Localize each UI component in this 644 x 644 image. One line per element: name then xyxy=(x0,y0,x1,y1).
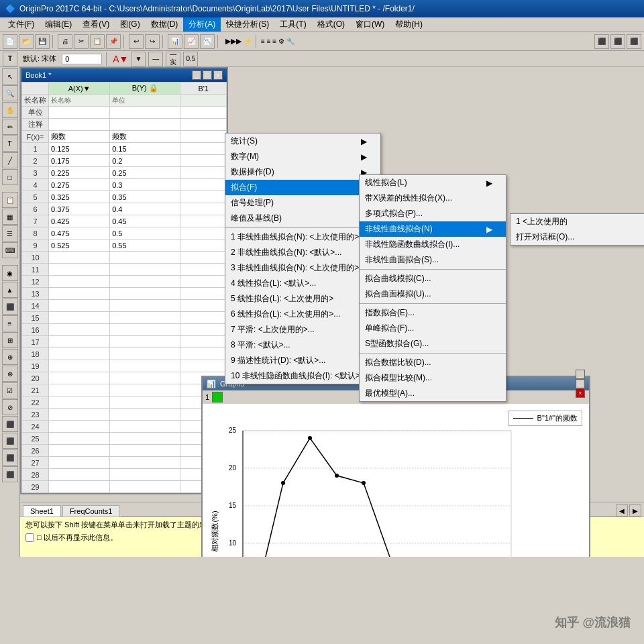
menu-linear-fit[interactable]: 线性拟合(L) ▶ xyxy=(360,175,506,191)
cell-b-26[interactable] xyxy=(110,445,180,457)
menu-recent1[interactable]: 1 非线性曲线拟合(N): <上次使用的> xyxy=(225,229,380,245)
cell-b-3[interactable]: 0.25 xyxy=(110,167,180,179)
cell-c-19[interactable] xyxy=(180,360,227,372)
menu-poly-fit[interactable]: 多项式拟合(P)... xyxy=(360,206,506,221)
cell-b-11[interactable] xyxy=(110,264,180,276)
cell-c-2[interactable] xyxy=(180,155,227,167)
col-b-header[interactable]: B(Y) 🔒 xyxy=(110,83,180,95)
cell-c-10[interactable] xyxy=(180,252,227,264)
cell-a-29[interactable] xyxy=(49,481,110,493)
open-btn[interactable]: 📂 xyxy=(19,34,34,49)
col-b-unit[interactable] xyxy=(110,107,180,119)
col-b-longname[interactable]: 单位 xyxy=(110,95,180,107)
menu-view[interactable]: 查看(V) xyxy=(77,17,115,32)
cell-b-16[interactable] xyxy=(110,324,180,336)
cell-c-1[interactable] xyxy=(180,143,227,155)
cell-a-18[interactable] xyxy=(49,348,110,360)
menu-recent7[interactable]: 7 平滑: <上次使用的>... xyxy=(225,322,380,337)
cell-b-4[interactable]: 0.3 xyxy=(110,179,180,191)
text-tool[interactable]: T xyxy=(2,136,18,152)
cell-b-15[interactable] xyxy=(110,312,180,324)
no-show-checkbox[interactable] xyxy=(25,533,34,542)
menu-statistics[interactable]: 统计(S) ▶ xyxy=(225,133,380,149)
right-btn3[interactable]: ⬛ xyxy=(627,34,641,49)
cell-b-24[interactable] xyxy=(110,421,180,433)
menu-file[interactable]: 文件(F) xyxy=(3,17,40,32)
cell-a-15[interactable] xyxy=(49,312,110,324)
menu-peak[interactable]: 峰值及基线(B) ▶ xyxy=(225,211,380,226)
cell-b-5[interactable]: 0.35 xyxy=(110,191,180,203)
nlcf-last-used[interactable]: 1 <上次使用的 xyxy=(511,214,644,229)
extra-tool1[interactable]: ◉ xyxy=(2,265,18,281)
menu-data-manip[interactable]: 数据操作(D) ▶ xyxy=(225,164,380,180)
cell-c-6[interactable] xyxy=(180,203,227,215)
graph-max-btn[interactable]: □ xyxy=(576,379,585,388)
extra-tool2[interactable]: ▲ xyxy=(2,282,18,298)
new-btn[interactable]: 📄 xyxy=(3,34,17,49)
extra-tool9[interactable]: ⊘ xyxy=(2,399,18,415)
script-tool[interactable]: ⌨ xyxy=(2,242,18,258)
extra-tool5[interactable]: ⊞ xyxy=(2,332,18,348)
col-b-comment[interactable] xyxy=(110,119,180,131)
cell-a-16[interactable] xyxy=(49,324,110,336)
cell-a-17[interactable] xyxy=(49,336,110,348)
cell-c-12[interactable] xyxy=(180,276,227,288)
cell-c-7[interactable] xyxy=(180,215,227,227)
copy-btn[interactable]: 📋 xyxy=(90,34,105,49)
cell-a-21[interactable] xyxy=(49,384,110,396)
right-btn2[interactable]: ⬛ xyxy=(610,34,625,49)
undo-btn[interactable]: ↩ xyxy=(129,34,144,49)
cell-b-28[interactable] xyxy=(110,469,180,481)
cell-a-20[interactable] xyxy=(49,372,110,384)
line-btn[interactable]: — xyxy=(148,52,163,66)
cell-c-11[interactable] xyxy=(180,264,227,276)
cell-c-8[interactable] xyxy=(180,227,227,239)
graph-btn[interactable]: 📊 xyxy=(168,34,182,49)
cell-a-28[interactable] xyxy=(49,469,110,481)
extra-tool12[interactable]: ⬛ xyxy=(2,449,18,466)
menu-tools[interactable]: 工具(T) xyxy=(274,17,311,32)
menu-compare-model[interactable]: 拟合模型比较(M)... xyxy=(360,370,506,386)
extra-tool11[interactable]: ⬛ xyxy=(2,433,18,449)
color-btn[interactable]: ▼ xyxy=(131,52,146,66)
cut-btn[interactable]: ✂ xyxy=(74,34,89,49)
cell-b-2[interactable]: 0.2 xyxy=(110,155,180,167)
font-size-input[interactable] xyxy=(62,54,102,64)
graph2-btn[interactable]: 📈 xyxy=(184,34,199,49)
cell-b-14[interactable] xyxy=(110,300,180,312)
menu-analysis[interactable]: 分析(A) xyxy=(183,17,221,32)
extra-tool6[interactable]: ⊕ xyxy=(2,349,18,365)
select-tool[interactable]: ↖ xyxy=(2,68,18,85)
cell-b-1[interactable]: 0.15 xyxy=(110,143,180,155)
menu-recent5[interactable]: 5 线性拟合(L): <上次使用的> xyxy=(225,291,380,307)
cell-a-5[interactable]: 0.325 xyxy=(49,191,110,203)
cell-a-6[interactable]: 0.375 xyxy=(49,203,110,215)
extra-tool13[interactable]: ⬛ xyxy=(2,466,18,482)
sheet-tab-freqcounts[interactable]: FreqCounts1 xyxy=(62,505,120,517)
cell-a-13[interactable] xyxy=(49,288,110,300)
cell-b-8[interactable]: 0.5 xyxy=(110,227,180,239)
col-a-fx[interactable]: 频数 xyxy=(49,131,110,143)
extra-tool10[interactable]: ⬛ xyxy=(2,416,18,432)
menu-linear-xerr[interactable]: 带X误差的线性拟合(X)... xyxy=(360,191,506,206)
draw-tool[interactable]: ✏ xyxy=(2,119,18,135)
graph-close-btn[interactable]: × xyxy=(576,388,585,398)
data-tool[interactable]: 📋 xyxy=(2,192,18,208)
menu-recent9[interactable]: 9 描述性统计(D): <默认>... xyxy=(225,353,380,368)
cell-b-9[interactable]: 0.55 xyxy=(110,239,180,252)
cell-c-3[interactable] xyxy=(180,167,227,179)
menu-recent8[interactable]: 8 平滑: <默认>... xyxy=(225,337,380,353)
cell-a-1[interactable]: 0.125 xyxy=(49,143,110,155)
pan-tool[interactable]: ✋ xyxy=(2,102,18,118)
cell-c-16[interactable] xyxy=(180,324,227,336)
line-style-btn[interactable]: — 实 xyxy=(166,52,180,66)
extra-tool4[interactable]: ≡ xyxy=(2,315,18,331)
menu-best-model[interactable]: 最优模型(A)... xyxy=(360,386,506,401)
menu-nl-implicit[interactable]: 非线性隐函数曲线拟合(I)... xyxy=(360,237,506,252)
menu-sim-surface[interactable]: 拟合曲面模拟(U)... xyxy=(360,286,506,302)
menu-recent6[interactable]: 6 线性拟合(L): <上次使用的>... xyxy=(225,307,380,322)
right-btn1[interactable]: ⬛ xyxy=(594,34,609,49)
menu-nl-surface[interactable]: 非线性曲面拟合(S)... xyxy=(360,252,506,268)
cell-a-22[interactable] xyxy=(49,396,110,409)
menu-window[interactable]: 窗口(W) xyxy=(350,17,390,32)
